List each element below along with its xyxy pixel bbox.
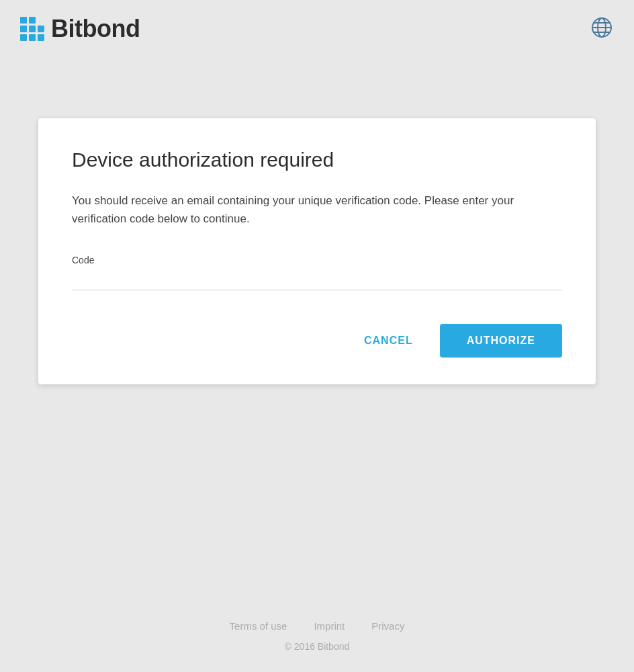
logo-dot <box>38 17 44 24</box>
logo: Bitbond <box>20 15 140 43</box>
logo-dot <box>29 34 36 41</box>
dialog-card: Device authorization required You should… <box>38 118 596 384</box>
logo-dot <box>20 34 27 41</box>
logo-dot <box>38 26 44 32</box>
terms-of-use-link[interactable]: Terms of use <box>230 620 287 632</box>
footer-links: Terms of use Imprint Privacy <box>0 620 634 632</box>
authorize-button[interactable]: AUTHORIZE <box>440 324 562 358</box>
logo-dot <box>29 17 36 24</box>
header: Bitbond <box>0 0 634 58</box>
imprint-link[interactable]: Imprint <box>314 620 345 632</box>
dialog-title: Device authorization required <box>72 149 562 171</box>
cancel-button[interactable]: CANCEL <box>351 325 426 356</box>
code-field-wrapper: Code <box>72 255 562 290</box>
code-input[interactable] <box>72 269 562 290</box>
logo-dot <box>38 34 44 41</box>
globe-icon[interactable] <box>590 15 614 42</box>
logo-icon <box>20 17 44 41</box>
logo-dot <box>20 26 27 32</box>
footer: Terms of use Imprint Privacy © 2016 Bitb… <box>0 593 634 672</box>
dialog-description: You should receive an email containing y… <box>72 192 562 228</box>
logo-dot <box>29 26 36 32</box>
main-content: Device authorization required You should… <box>0 58 634 593</box>
dialog-actions: CANCEL AUTHORIZE <box>72 324 562 358</box>
footer-copyright: © 2016 Bitbond <box>0 641 634 652</box>
code-label: Code <box>72 255 562 265</box>
logo-dot <box>20 17 27 24</box>
logo-text: Bitbond <box>51 15 140 43</box>
privacy-link[interactable]: Privacy <box>371 620 404 632</box>
